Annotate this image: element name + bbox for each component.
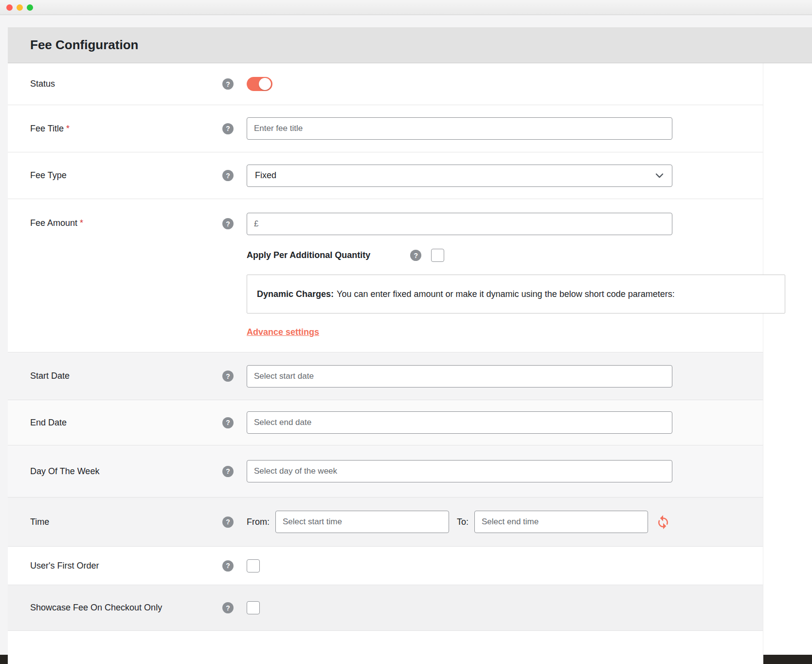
help-icon[interactable]: ? bbox=[222, 466, 234, 477]
row-day-of-week: Day Of The Week ? bbox=[8, 445, 763, 498]
status-toggle[interactable] bbox=[247, 77, 272, 91]
day-of-week-label: Day Of The Week bbox=[8, 466, 222, 477]
help-icon[interactable]: ? bbox=[222, 560, 234, 572]
fee-configuration-panel: Fee Configuration Status ? Fee Title* ? bbox=[8, 27, 812, 655]
fee-type-selected-value: Fixed bbox=[255, 170, 276, 181]
start-date-input[interactable] bbox=[247, 365, 672, 387]
help-icon[interactable]: ? bbox=[410, 250, 421, 261]
fee-title-input[interactable] bbox=[247, 117, 672, 140]
advance-settings-link[interactable]: Advance settings bbox=[247, 327, 319, 337]
page-title: Fee Configuration bbox=[30, 37, 138, 53]
users-first-order-label: User's First Order bbox=[8, 561, 222, 571]
time-label: Time bbox=[8, 517, 222, 527]
fee-type-label: Fee Type bbox=[8, 170, 222, 181]
help-icon[interactable]: ? bbox=[222, 123, 234, 134]
window-zoom-icon[interactable] bbox=[27, 4, 33, 11]
row-partial bbox=[8, 631, 763, 664]
row-users-first-order: User's First Order ? bbox=[8, 547, 763, 585]
row-time: Time ? From: To: bbox=[8, 498, 763, 547]
day-of-week-input[interactable] bbox=[247, 460, 672, 482]
time-to-label: To: bbox=[457, 517, 469, 527]
fee-amount-label-text: Fee Amount bbox=[30, 218, 77, 228]
apply-per-additional-quantity-label: Apply Per Additional Quantity bbox=[247, 250, 370, 260]
showcase-fee-checkbox[interactable] bbox=[247, 601, 260, 614]
row-status: Status ? bbox=[8, 63, 763, 105]
row-fee-type: Fee Type ? Fixed bbox=[8, 152, 763, 199]
end-date-label: End Date bbox=[8, 418, 222, 428]
row-showcase-fee: Showcase Fee On Checkout Only ? bbox=[8, 585, 763, 631]
help-icon[interactable]: ? bbox=[222, 78, 234, 90]
users-first-order-checkbox[interactable] bbox=[247, 559, 260, 572]
row-end-date: End Date ? bbox=[8, 400, 763, 445]
window-titlebar bbox=[0, 0, 812, 15]
dynamic-charges-note-title: Dynamic Charges: bbox=[257, 289, 334, 299]
fee-configuration-form: Status ? Fee Title* ? Fee Type bbox=[8, 63, 763, 664]
chevron-down-icon bbox=[655, 171, 664, 180]
dynamic-charges-note: Dynamic Charges:You can enter fixed amou… bbox=[247, 275, 785, 314]
required-asterisk: * bbox=[66, 124, 70, 133]
reset-time-icon[interactable] bbox=[656, 515, 670, 529]
help-icon[interactable]: ? bbox=[222, 516, 234, 528]
toggle-knob bbox=[259, 78, 271, 90]
showcase-fee-label: Showcase Fee On Checkout Only bbox=[8, 603, 222, 613]
help-icon[interactable]: ? bbox=[222, 370, 234, 382]
help-icon[interactable]: ? bbox=[222, 170, 234, 181]
status-label: Status bbox=[8, 79, 222, 89]
help-icon[interactable]: ? bbox=[222, 218, 234, 229]
fee-title-label: Fee Title* bbox=[8, 124, 222, 134]
time-from-label: From: bbox=[247, 517, 270, 527]
row-start-date: Start Date ? bbox=[8, 352, 763, 400]
row-fee-title: Fee Title* ? bbox=[8, 105, 763, 152]
panel-header: Fee Configuration bbox=[8, 27, 812, 63]
apply-per-additional-quantity-checkbox[interactable] bbox=[431, 249, 444, 262]
dynamic-charges-note-text: You can enter fixed amount or make it dy… bbox=[337, 289, 675, 299]
time-from-input[interactable] bbox=[275, 511, 449, 533]
end-date-input[interactable] bbox=[247, 411, 672, 434]
fee-amount-input[interactable] bbox=[247, 213, 672, 235]
time-to-input[interactable] bbox=[474, 511, 648, 533]
apply-per-additional-quantity: Apply Per Additional Quantity ? bbox=[247, 249, 444, 262]
window-close-icon[interactable] bbox=[6, 4, 13, 11]
required-asterisk: * bbox=[80, 218, 83, 228]
start-date-label: Start Date bbox=[8, 371, 222, 381]
fee-type-select[interactable]: Fixed bbox=[247, 165, 672, 187]
help-icon[interactable]: ? bbox=[222, 602, 234, 613]
fee-amount-label: Fee Amount* bbox=[8, 213, 222, 228]
row-fee-amount: Fee Amount* ? Apply Per Additional Quant… bbox=[8, 199, 763, 352]
window-minimize-icon[interactable] bbox=[17, 4, 23, 11]
help-icon[interactable]: ? bbox=[222, 417, 234, 428]
fee-title-label-text: Fee Title bbox=[30, 124, 64, 133]
